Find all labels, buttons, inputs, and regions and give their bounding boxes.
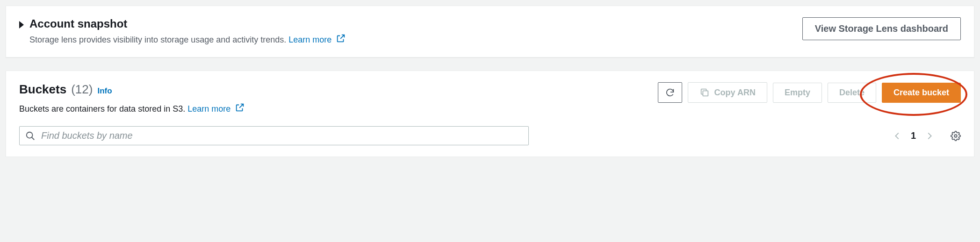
pager-prev-button[interactable] (892, 131, 902, 141)
copy-arn-button[interactable]: Copy ARN (688, 82, 767, 103)
external-link-icon (336, 33, 346, 46)
search-row: 1 (19, 126, 961, 145)
search-icon (25, 131, 36, 141)
buckets-title-block: Buckets (12) Info Buckets are containers… (19, 82, 245, 115)
copy-arn-label: Copy ARN (714, 88, 756, 98)
snapshot-learn-more-text: Learn more (288, 35, 331, 44)
buckets-header: Buckets (12) Info Buckets are containers… (19, 82, 961, 115)
snapshot-learn-more-link[interactable]: Learn more (288, 35, 346, 44)
buckets-action-buttons: Copy ARN Empty Delete Create bucket (658, 82, 961, 103)
expand-snapshot-toggle[interactable] (19, 21, 24, 28)
search-box[interactable] (19, 126, 529, 145)
pager-current-page: 1 (911, 130, 916, 141)
buckets-count: (12) (71, 82, 93, 97)
buckets-learn-more-link[interactable]: Learn more (187, 104, 245, 114)
svg-rect-0 (703, 91, 708, 96)
delete-button[interactable]: Delete (828, 83, 876, 103)
create-bucket-button[interactable]: Create bucket (882, 83, 961, 103)
buckets-panel: Buckets (12) Info Buckets are containers… (6, 71, 974, 157)
account-snapshot-panel: Account snapshot Storage lens provides v… (6, 6, 974, 57)
snapshot-description: Storage lens provides visibility into st… (29, 33, 346, 46)
buckets-info-link[interactable]: Info (97, 86, 112, 96)
snapshot-description-text: Storage lens provides visibility into st… (29, 35, 286, 44)
pager-next-button[interactable] (924, 131, 935, 141)
buckets-title: Buckets (19, 82, 66, 97)
buckets-description: Buckets are containers for data stored i… (19, 102, 245, 115)
svg-point-1 (27, 132, 33, 138)
external-link-icon (235, 102, 245, 115)
snapshot-title: Account snapshot (29, 17, 346, 30)
search-input[interactable] (41, 130, 523, 141)
empty-button[interactable]: Empty (773, 83, 822, 103)
snapshot-left: Account snapshot Storage lens provides v… (19, 17, 346, 46)
refresh-button[interactable] (658, 82, 682, 103)
buckets-description-text: Buckets are containers for data stored i… (19, 104, 185, 114)
buckets-learn-more-text: Learn more (187, 104, 231, 114)
svg-point-2 (954, 135, 957, 137)
refresh-icon (665, 87, 675, 98)
pagination: 1 (892, 130, 961, 141)
gear-icon (951, 131, 961, 141)
chevron-right-icon (924, 131, 935, 141)
copy-icon (699, 87, 710, 98)
view-storage-lens-dashboard-button[interactable]: View Storage Lens dashboard (802, 17, 961, 40)
settings-button[interactable] (951, 131, 961, 141)
buckets-title-row: Buckets (12) Info (19, 82, 245, 97)
chevron-left-icon (892, 131, 902, 141)
snapshot-text-block: Account snapshot Storage lens provides v… (29, 17, 346, 46)
